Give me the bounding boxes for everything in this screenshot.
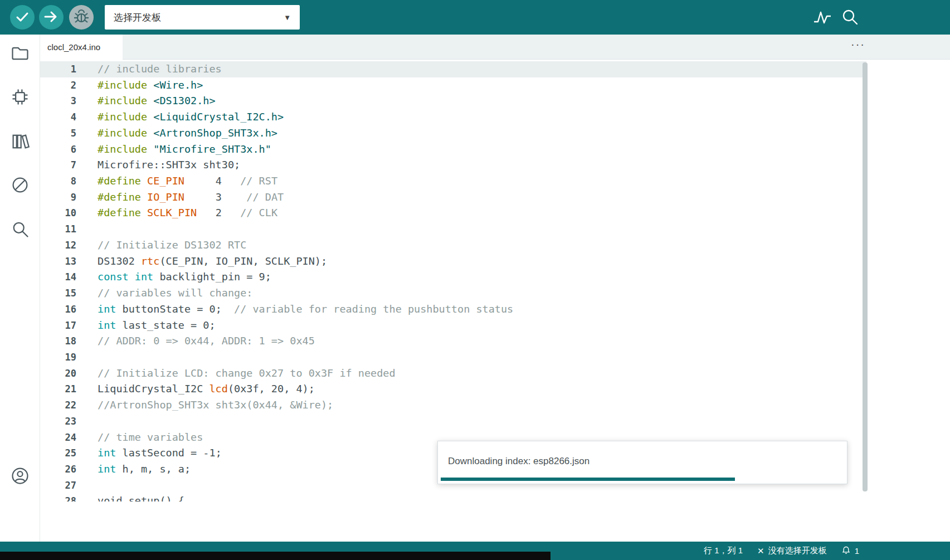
tab-label: clocl_20x4.ino: [47, 42, 100, 52]
books-icon: [10, 132, 30, 153]
line-number: 27: [40, 478, 76, 494]
code-line[interactable]: 2#include <Wire.h>: [40, 77, 866, 94]
code-text: #include <Wire.h>: [98, 77, 203, 94]
code-line[interactable]: 10#define SCLK_PIN 2 // CLK: [40, 205, 866, 221]
user-avatar-icon: [10, 466, 30, 488]
line-number: 21: [40, 381, 76, 397]
code-line[interactable]: 18// ADDR: 0 => 0x44, ADDR: 1 => 0x45: [40, 333, 866, 349]
code-text: #define IO_PIN 3 // DAT: [98, 189, 284, 206]
code-text: DS1302 rtc(CE_PIN, IO_PIN, SCLK_PIN);: [98, 254, 327, 270]
code-line[interactable]: 12// Initialize DS1302 RTC: [40, 237, 866, 254]
code-line[interactable]: 21LiquidCrystal_I2C lcd(0x3f, 20, 4);: [40, 381, 866, 397]
arduino-ide-window: 选择开发板 ▼ clocl_20x4.ino ···: [0, 0, 950, 560]
sidebar-item-library-manager[interactable]: [8, 130, 32, 154]
code-line[interactable]: 20// Initialize LCD: change 0x27 to 0x3F…: [40, 366, 866, 382]
line-number: 22: [40, 397, 76, 413]
code-line[interactable]: 16int buttonState = 0; // variable for r…: [40, 301, 866, 318]
code-text: int h, m, s, a;: [98, 461, 191, 478]
line-number: 8: [40, 173, 76, 189]
line-number: 15: [40, 285, 76, 301]
code-line[interactable]: 1// include libraries: [40, 61, 866, 77]
board-status-label: 没有选择开发板: [768, 546, 827, 556]
line-number: 4: [40, 109, 76, 125]
board-status[interactable]: ✕ 没有选择开发板: [757, 546, 827, 556]
code-line[interactable]: 14const int backlight_pin = 9;: [40, 269, 866, 285]
upload-button[interactable]: [39, 5, 64, 30]
code-text: void setup() {: [98, 493, 184, 501]
code-text: // include libraries: [98, 61, 222, 77]
debug-disabled-icon: [10, 175, 30, 197]
board-selector-label: 选择开发板: [114, 11, 161, 24]
code-line[interactable]: 5#include <ArtronShop_SHT3x.h>: [40, 125, 866, 142]
code-text: LiquidCrystal_I2C lcd(0x3f, 20, 4);: [98, 381, 315, 397]
sidebar-item-search[interactable]: [8, 217, 32, 242]
line-number: 26: [40, 461, 76, 478]
notification-toast: Downloading index: esp8266.json: [437, 441, 847, 484]
line-number: 14: [40, 269, 76, 285]
code-line[interactable]: 17int last_state = 0;: [40, 318, 866, 334]
verify-button[interactable]: [10, 5, 35, 30]
debug-button[interactable]: [69, 5, 94, 30]
code-line[interactable]: 19: [40, 349, 866, 366]
bug-icon: [69, 4, 94, 31]
code-text: int lastSecond = -1;: [98, 445, 222, 461]
code-line[interactable]: 7Microfire::SHT3x sht30;: [40, 157, 866, 173]
line-number: 18: [40, 333, 76, 349]
code-text: // ADDR: 0 => 0x44, ADDR: 1 => 0x45: [98, 333, 315, 349]
code-line[interactable]: 22//ArtronShop_SHT3x sht3x(0x44, &Wire);: [40, 397, 866, 413]
serial-monitor-button[interactable]: [840, 7, 861, 28]
editor-scrollbar[interactable]: [863, 62, 868, 491]
code-viewport[interactable]: 1// include libraries2#include <Wire.h>3…: [40, 60, 866, 501]
notifications-button[interactable]: 1: [841, 546, 859, 557]
code-line[interactable]: 11: [40, 221, 866, 237]
toolbar-right-icons: [812, 7, 861, 28]
code-text: #include <ArtronShop_SHT3x.h>: [98, 125, 277, 142]
cursor-position[interactable]: 行 1，列 1: [704, 546, 743, 556]
sidebar-item-debug[interactable]: [8, 173, 32, 198]
line-number: 9: [40, 189, 76, 206]
sidebar-item-sketchbook[interactable]: [8, 42, 32, 66]
toolbar: 选择开发板 ▼: [0, 0, 950, 35]
code-text: //ArtronShop_SHT3x sht3x(0x44, &Wire);: [98, 397, 333, 413]
line-number: 11: [40, 221, 76, 237]
board-selector-dropdown[interactable]: 选择开发板 ▼: [105, 5, 300, 30]
magnifier-icon: [840, 21, 861, 30]
line-number: 1: [40, 61, 76, 77]
search-icon: [10, 219, 30, 241]
code-text: #include "Microfire_SHT3x.h": [98, 142, 271, 158]
waveform-icon: [812, 21, 833, 30]
line-number: 25: [40, 445, 76, 461]
code-line[interactable]: 3#include <DS1302.h>: [40, 93, 866, 109]
code-line[interactable]: 4#include <LiquidCrystal_I2C.h>: [40, 109, 866, 125]
tab-sketch[interactable]: clocl_20x4.ino: [40, 35, 123, 60]
code-text: // variables will change:: [98, 285, 252, 301]
code-text: // Initialize LCD: change 0x27 to 0x3F i…: [98, 366, 396, 382]
download-progress-bar: [441, 478, 735, 481]
line-number: 16: [40, 301, 76, 318]
code-text: int buttonState = 0; // variable for rea…: [98, 301, 513, 318]
account-button[interactable]: [8, 464, 32, 489]
bottom-dark-strip: [0, 552, 550, 560]
code-line[interactable]: 13DS1302 rtc(CE_PIN, IO_PIN, SCLK_PIN);: [40, 254, 866, 270]
line-number: 10: [40, 205, 76, 221]
code-line[interactable]: 6#include "Microfire_SHT3x.h": [40, 142, 866, 158]
code-line[interactable]: 23: [40, 413, 866, 430]
sidebar-item-boards-manager[interactable]: [8, 85, 32, 110]
code-text: int last_state = 0;: [98, 318, 216, 334]
code-text: #include <DS1302.h>: [98, 93, 216, 109]
serial-plotter-button[interactable]: [812, 7, 833, 28]
folder-icon: [10, 43, 30, 65]
toast-message: Downloading index: esp8266.json: [438, 441, 847, 467]
code-line[interactable]: 9#define IO_PIN 3 // DAT: [40, 189, 866, 206]
code-text: // Initialize DS1302 RTC: [98, 237, 246, 254]
code-line[interactable]: 28void setup() {: [40, 493, 866, 501]
line-number: 23: [40, 413, 76, 430]
line-number: 6: [40, 142, 76, 158]
line-number: 7: [40, 157, 76, 173]
line-number: 20: [40, 366, 76, 382]
line-number: 17: [40, 318, 76, 334]
tab-overflow-menu[interactable]: ···: [851, 38, 865, 51]
code-line[interactable]: 8#define CE_PIN 4 // RST: [40, 173, 866, 189]
code-line[interactable]: 15// variables will change:: [40, 285, 866, 301]
line-number: 19: [40, 349, 76, 366]
